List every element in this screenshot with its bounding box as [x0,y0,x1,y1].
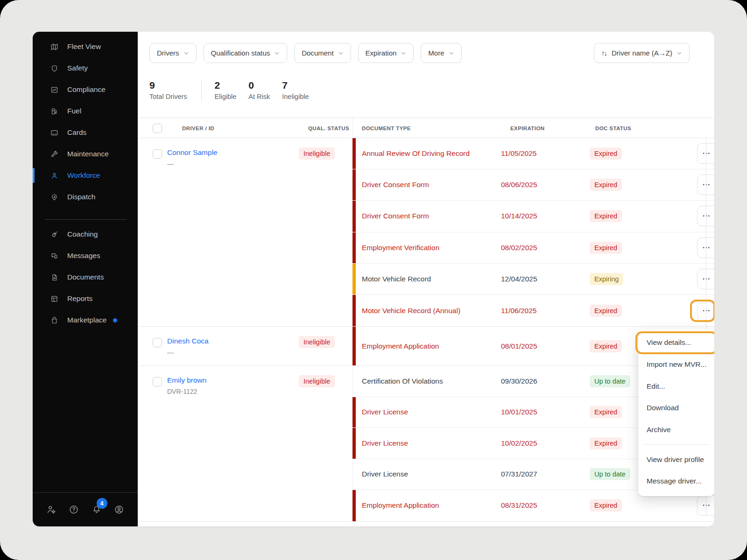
user-settings-icon[interactable] [46,504,57,515]
person-icon [50,172,58,180]
doc-status-bar [352,397,356,428]
doc-status-bar [352,459,356,490]
fuel-pump-icon [50,107,58,115]
stat-eligible: 2 Eligible [215,80,237,100]
expiration-date: 08/31/2025 [501,501,590,510]
menu-item-view-details[interactable]: View details... [638,332,714,354]
document-type: Employment Verification [362,244,501,252]
stat-value: 9 [149,80,187,91]
compliance-chart-icon [50,86,58,94]
qual-status-badge: Ineligible [299,375,335,387]
filter-button-more[interactable]: More [421,43,461,63]
doc-status-bar [352,169,356,200]
filter-bar: Drivers Qualification status Document Ex… [149,43,462,63]
column-header-document-type: DOCUMENT TYPE [362,118,411,139]
doc-status-bar [352,295,356,326]
document-row: Annual Review Of Driving Record 11/05/20… [352,138,714,169]
sidebar-item-fleet-view[interactable]: Fleet View [33,36,138,57]
driver-group-row: Connor Sample — Ineligible Annual Review… [138,138,714,327]
menu-item-edit[interactable]: Edit... [638,375,714,397]
row-checkbox[interactable] [153,377,162,386]
chevron-down-icon [401,50,406,56]
column-header-qual-status: QUAL. STATUS [299,118,349,139]
document-row: Motor Vehicle Record (Annual) 11/06/2025… [352,295,714,326]
sort-button[interactable]: ↑↓ Driver name (A→Z) [594,43,690,63]
select-all-checkbox[interactable] [153,124,162,133]
sidebar-item-maintenance[interactable]: Maintenance [33,143,138,165]
chevron-down-icon [274,50,280,56]
account-icon[interactable] [113,504,125,515]
sidebar-item-compliance[interactable]: Compliance [33,79,138,100]
doc-status-badge: Up to date [590,375,630,387]
sidebar-item-safety[interactable]: Safety [33,57,138,79]
doc-status-badge: Expired [590,179,622,191]
expiration-date: 11/06/2025 [501,307,590,315]
document-type: Certification Of Violations [362,377,501,385]
document-type: Motor Vehicle Record (Annual) [362,307,501,315]
credit-card-icon [50,129,58,137]
menu-item-view-driver-profile[interactable]: View driver profile [638,448,714,470]
document-row: Driver Consent Form 08/06/2025 Expired •… [352,169,714,201]
doc-status-bar [352,201,356,231]
sidebar-item-workforce[interactable]: Workforce [33,165,138,186]
doc-status-bar [352,366,356,397]
help-icon[interactable] [68,504,79,515]
stat-label: Ineligible [282,93,309,100]
driver-group-row: Dinesh Coca — Ineligible Employment Appl… [138,327,714,366]
stat-value: 2 [215,80,237,91]
driver-id: — [167,160,218,168]
sidebar-bottom-bar: 4 [33,492,138,526]
row-checkbox[interactable] [153,149,162,159]
stat-total-drivers: 9 Total Drivers [149,80,187,100]
doc-status-bar [352,428,356,459]
document-row: Employment Verification 08/02/2025 Expir… [352,232,714,264]
document-icon [50,273,58,281]
doc-status-badge: Expired [590,305,622,317]
sidebar-divider [45,219,127,220]
qual-status-badge: Ineligible [299,336,335,348]
driver-name-link[interactable]: Connor Sample [167,148,218,156]
filter-button-drivers[interactable]: Drivers [149,43,197,63]
sidebar-item-reports[interactable]: Reports [33,288,138,309]
app-window: Fleet View Safety Compliance Fuel Cards … [0,0,747,560]
expiration-date: 10/02/2025 [501,439,590,448]
sidebar-item-dispatch[interactable]: Dispatch [33,186,138,208]
menu-item-download[interactable]: Download [638,397,714,419]
column-header-expiration: EXPIRATION [510,118,544,139]
dispatch-pin-icon [50,193,58,201]
doc-status-bar [352,327,356,365]
document-row: Motor Vehicle Record 12/04/2025 Expiring… [352,264,714,295]
sidebar-item-cards[interactable]: Cards [33,122,138,143]
filter-button-expiration[interactable]: Expiration [358,43,414,63]
stat-value: 0 [248,80,270,91]
document-type: Employment Application [362,342,501,350]
document-type: Driver License [362,439,501,448]
document-row: Driver Consent Form 10/14/2025 Expired •… [352,201,714,232]
doc-status-badge: Expired [590,499,622,511]
messages-icon [50,252,58,260]
driver-name-link[interactable]: Emily brown [167,376,206,384]
filter-button-qualification-status[interactable]: Qualification status [204,43,288,63]
row-checkbox[interactable] [153,338,162,347]
expiration-date: 10/14/2025 [501,212,590,220]
menu-item-import-new-mvr[interactable]: Import new MVR... [638,354,714,376]
column-header-doc-status: DOC STATUS [595,118,631,139]
document-type: Driver License [362,470,501,478]
driver-name-link[interactable]: Dinesh Coca [167,337,209,345]
doc-status-badge: Expired [590,340,622,352]
sidebar-item-coaching[interactable]: Coaching [33,224,138,245]
sort-arrows-icon: ↑↓ [601,49,606,57]
sidebar-item-documents[interactable]: Documents [33,266,138,288]
document-type: Motor Vehicle Record [362,275,501,283]
stat-value: 7 [282,80,309,91]
doc-status-bar [352,264,356,294]
shopping-bag-icon [50,316,58,324]
bell-icon[interactable]: 4 [91,504,102,515]
filter-button-document[interactable]: Document [294,43,351,63]
menu-item-archive[interactable]: Archive [638,419,714,441]
sidebar-item-marketplace[interactable]: Marketplace [33,309,138,331]
menu-item-message-driver[interactable]: Message driver... [638,470,714,492]
sidebar-item-messages[interactable]: Messages [33,245,138,266]
sidebar-item-fuel[interactable]: Fuel [33,100,138,122]
doc-status-badge: Expiring [590,273,623,285]
